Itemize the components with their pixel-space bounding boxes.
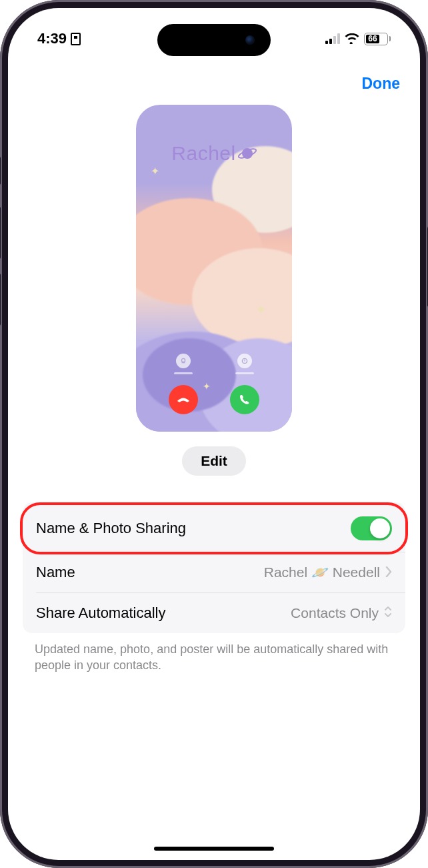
- name-row-value: Rachel 🪐 Needell: [264, 564, 380, 580]
- name-photo-sharing-row[interactable]: Name & Photo Sharing: [20, 502, 408, 554]
- message-icon: [237, 354, 252, 368]
- navbar: Done: [8, 72, 420, 98]
- call-ui-preview: [136, 354, 292, 414]
- status-time: 4:39: [37, 30, 67, 47]
- share-row-label: Share Automatically: [36, 604, 165, 622]
- iphone-frame: 4:39 66 Done: [0, 0, 428, 868]
- poster-name-label: Rachel: [136, 142, 292, 165]
- sim-icon: [71, 33, 81, 45]
- name-row[interactable]: Name Rachel 🪐 Needell: [23, 552, 405, 592]
- sharing-toggle[interactable]: [351, 516, 392, 540]
- wifi-icon: [345, 33, 359, 44]
- share-automatically-row[interactable]: Share Automatically Contacts Only: [23, 593, 405, 633]
- sharing-label: Name & Photo Sharing: [36, 520, 186, 537]
- done-button[interactable]: Done: [362, 75, 401, 93]
- ring-switch: [0, 157, 1, 185]
- cell-signal-icon: [325, 33, 340, 44]
- volume-up-button: [0, 207, 1, 259]
- settings-list: Name & Photo Sharing Name Rachel 🪐 Neede…: [23, 502, 405, 633]
- up-down-chevron-icon: [384, 605, 392, 622]
- planet-icon: [238, 144, 257, 163]
- decline-call-icon: [169, 385, 198, 414]
- footer-description: Updated name, photo, and poster will be …: [35, 641, 393, 674]
- accept-call-icon: [230, 385, 259, 414]
- chevron-right-icon: [385, 564, 392, 580]
- share-row-value: Contacts Only: [291, 605, 379, 621]
- battery-icon: 66: [364, 33, 391, 45]
- svg-point-2: [181, 358, 185, 362]
- home-indicator[interactable]: [154, 847, 274, 851]
- svg-rect-3: [181, 362, 185, 363]
- svg-point-6: [245, 362, 245, 362]
- screen: 4:39 66 Done: [8, 8, 420, 860]
- battery-pct: 66: [366, 35, 379, 43]
- remind-me-icon: [176, 354, 191, 368]
- edit-button[interactable]: Edit: [182, 446, 246, 476]
- name-row-label: Name: [36, 564, 75, 581]
- dynamic-island: [157, 24, 271, 56]
- svg-rect-5: [245, 360, 245, 362]
- contact-poster-preview[interactable]: ✦✦✦ Rachel: [136, 105, 292, 432]
- volume-down-button: [0, 274, 1, 326]
